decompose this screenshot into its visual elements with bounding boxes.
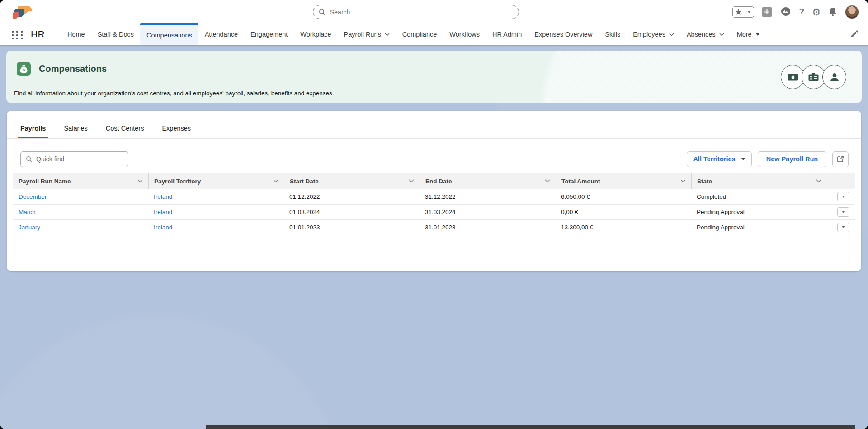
cell-start-date: 01.03.2024 [284,209,420,215]
nav-tab-hr-admin[interactable]: HR Admin [486,23,528,45]
banknote-icon [788,74,798,81]
new-payroll-run-button[interactable]: New Payroll Run [758,151,826,167]
column-header-payroll-territory[interactable]: Payroll Territory [148,173,284,189]
chevron-down-icon[interactable] [669,33,674,36]
nav-tab-home[interactable]: Home [61,23,91,45]
cell-payroll-territory: Ireland [148,209,284,215]
nav-tab-absences[interactable]: Absences [680,23,731,45]
nav-tab-skills[interactable]: Skills [599,23,627,45]
tab-payrolls[interactable]: Payrolls [20,125,46,138]
cell-payroll-run-name: March [13,209,148,215]
chevron-down-icon[interactable] [409,179,414,183]
search-input[interactable] [330,9,513,16]
person-icon [830,72,840,82]
cell-end-date: 31.01.2023 [420,224,556,231]
payroll-run-link[interactable]: January [19,224,40,231]
nav-tab-workplace[interactable]: Workplace [294,23,337,45]
company-logo-icon[interactable] [12,4,35,20]
global-header: ? ⚙ [0,0,868,23]
cell-end-date: 31.03.2024 [420,209,556,215]
cell-state: Completed [691,193,827,200]
external-link-icon [837,155,844,163]
territory-link[interactable]: Ireland [154,209,172,215]
list-controls: All Territories New Payroll Run [20,151,849,167]
chevron-down-icon[interactable] [680,179,686,183]
setup-gear-icon[interactable]: ⚙ [812,7,821,17]
chevron-down-icon[interactable] [719,33,724,36]
column-header-end-date[interactable]: End Date [420,173,556,189]
nav-tab-more[interactable]: More [731,23,766,45]
column-header-start-date[interactable]: Start Date [284,173,420,189]
user-avatar[interactable] [845,5,859,19]
search-icon [26,156,33,163]
search-icon [319,9,326,16]
row-actions-button[interactable] [837,223,849,232]
tab-cost-centers[interactable]: Cost Centers [106,125,144,138]
global-actions-icon[interactable] [762,7,772,17]
cell-end-date: 31.12.2022 [420,193,556,200]
chevron-down-icon[interactable] [816,179,821,183]
caret-down-icon [741,158,745,160]
header-action-buttons [784,65,846,89]
caret-down-icon [755,33,760,36]
caret-down-icon [842,226,845,228]
employees-shortcut-button[interactable] [822,65,846,89]
favorites-caret-icon[interactable] [745,7,754,17]
page-title: Compensations [39,64,107,74]
nav-tab-attendance[interactable]: Attendance [198,23,244,45]
tab-salaries[interactable]: Salaries [64,125,87,138]
quick-find-box[interactable] [20,151,128,167]
nav-tab-compliance[interactable]: Compliance [396,23,443,45]
bottom-window-edge [206,425,855,429]
compensations-object-icon: $ [17,62,31,76]
help-icon[interactable]: ? [799,7,805,17]
app-launcher-icon[interactable] [10,29,24,39]
column-header-total-amount[interactable]: Total Amount [556,173,691,189]
notifications-bell-icon[interactable] [828,7,837,17]
quick-find-input[interactable] [36,155,123,163]
favorites-split-button[interactable] [732,6,754,18]
table-row: January Ireland 01.01.2023 31.01.2023 13… [13,220,855,235]
column-header-payroll-run-name[interactable]: Payroll Run Name [13,173,148,189]
nav-tab-engagement[interactable]: Engagement [244,23,294,45]
cell-payroll-run-name: December [13,193,148,200]
money-bag-icon: $ [20,65,28,73]
column-header-state[interactable]: State [691,173,827,189]
global-search[interactable] [313,5,519,19]
cell-total-amount: 13.300,00 € [556,224,691,231]
edit-pencil-icon[interactable] [850,30,858,38]
row-actions-button[interactable] [837,192,849,201]
nav-tab-compensations[interactable]: Compensations [140,23,198,45]
territory-link[interactable]: Ireland [154,224,172,231]
row-actions-button[interactable] [837,207,849,217]
favorites-star-icon[interactable] [733,7,745,17]
chevron-down-icon[interactable] [545,179,550,183]
trailhead-icon[interactable] [780,6,792,17]
payroll-run-link[interactable]: December [19,193,47,200]
chevron-down-icon[interactable] [385,33,390,36]
table-header-row: Payroll Run Name Payroll Territory Start… [13,173,855,189]
territory-link[interactable]: Ireland [154,193,172,200]
caret-down-icon [842,196,845,198]
cell-start-date: 01.12.2022 [284,193,420,200]
territory-filter-button[interactable]: All Territories [687,151,752,167]
page-description: Find all information about your organiza… [14,90,334,97]
nav-tab-expenses-overview[interactable]: Expenses Overview [528,23,599,45]
payroll-run-link[interactable]: March [19,209,36,215]
nav-tab-employees[interactable]: Employees [627,23,680,45]
cell-total-amount: 6.050,00 € [556,193,691,200]
nav-tab-workflows[interactable]: Workflows [443,23,486,45]
header-utility-icons: ? ⚙ [732,0,859,23]
nav-tab-payroll-runs[interactable]: Payroll Runs [338,23,396,45]
tab-expenses[interactable]: Expenses [162,125,191,138]
payroll-runs-table: Payroll Run Name Payroll Territory Start… [13,173,855,235]
nav-tab-staff-docs[interactable]: Staff & Docs [91,23,140,45]
app-name: HR [31,29,45,40]
app-navigation-bar: HR Home Staff & Docs Compensations Atten… [0,23,868,45]
id-badge-icon [808,73,819,81]
caret-down-icon [842,211,845,213]
cell-state: Pending Approval [691,209,827,215]
chevron-down-icon[interactable] [273,179,278,183]
chevron-down-icon[interactable] [137,179,143,183]
open-in-new-window-button[interactable] [832,151,849,167]
